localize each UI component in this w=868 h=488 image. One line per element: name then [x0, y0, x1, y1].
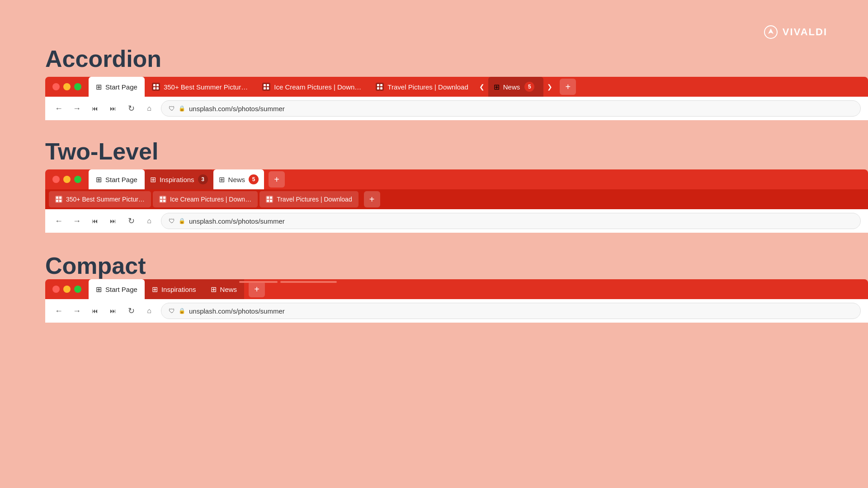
news-icon-c: ⊞ — [211, 285, 217, 294]
first-button-c[interactable]: ⏮ — [89, 305, 101, 317]
two-level-row2: 350+ Best Summer Pictur… Ice Cream Pictu… — [45, 189, 868, 209]
last-button-c[interactable]: ⏭ — [107, 305, 119, 317]
tab-group-news-tl[interactable]: ⊞ News 5 — [213, 169, 264, 189]
dot-close-tl[interactable] — [52, 176, 60, 183]
url-bar-c[interactable]: 🛡 🔒 unsplash.com/s/photos/summer — [161, 303, 861, 319]
svg-rect-28 — [270, 197, 272, 199]
shield-icon-accordion: 🛡 — [169, 105, 175, 112]
add-tab-button-tl[interactable]: + — [269, 171, 285, 188]
tab-start-label-tl: Start Page — [105, 176, 137, 183]
tab-start-page[interactable]: ⊞ Start Page — [89, 77, 145, 97]
svg-rect-20 — [59, 200, 61, 202]
dot-close[interactable] — [52, 83, 60, 90]
svg-rect-18 — [59, 197, 61, 199]
url-bar-accordion[interactable]: 🛡 🔒 unsplash.com/s/photos/summer — [161, 100, 861, 117]
forward-button-accordion[interactable]: → — [71, 102, 83, 115]
lock-icon-c: 🔒 — [179, 308, 185, 314]
first-button-accordion[interactable]: ⏮ — [89, 102, 101, 115]
back-button-tl[interactable]: ← — [52, 215, 65, 227]
tab-summer[interactable]: 350+ Best Summer Pictur… — [145, 77, 255, 97]
tab-icecream[interactable]: Ice Cream Pictures | Down… — [255, 77, 368, 97]
inspirations-label-tl: Inspirations — [160, 176, 194, 183]
tab-group-inspirations-tl[interactable]: ⊞ Inspirations 3 — [145, 169, 213, 189]
inspirations-icon-c: ⊞ — [152, 285, 158, 294]
browser-compact: ⊞ Start Page ⊞ Inspirations ⊞ News + ← →… — [45, 279, 868, 323]
inspirations-label-c: Inspirations — [161, 286, 196, 293]
sub-favicon-icecream — [159, 196, 166, 203]
sub-tab-travel-tl[interactable]: Travel Pictures | Download — [259, 191, 359, 207]
browser-accordion: ⊞ Start Page 350+ Best Summer Pictur… — [45, 77, 868, 120]
svg-rect-30 — [270, 200, 272, 202]
window-controls-two-level — [45, 176, 89, 183]
add-tab-button-accordion[interactable]: + — [560, 79, 576, 95]
lock-icon-tl: 🔒 — [179, 218, 185, 224]
svg-rect-24 — [160, 200, 162, 202]
reload-button-accordion[interactable]: ↻ — [125, 102, 137, 115]
toolbar-two-level: ← → ⏮ ⏭ ↻ ⌂ 🛡 🔒 unsplash.com/s/photos/su… — [45, 209, 868, 233]
dot-close-c[interactable] — [52, 286, 60, 293]
svg-rect-4 — [153, 87, 156, 89]
inspirations-count-tl: 3 — [198, 174, 208, 184]
svg-rect-6 — [262, 83, 270, 91]
svg-rect-19 — [56, 200, 58, 202]
toolbar-compact: ← → ⏮ ⏭ ↻ ⌂ 🛡 🔒 unsplash.com/s/photos/su… — [45, 299, 868, 323]
news-count-tl: 5 — [249, 174, 259, 184]
back-button-accordion[interactable]: ← — [52, 102, 65, 115]
url-bar-tl[interactable]: 🛡 🔒 unsplash.com/s/photos/summer — [161, 213, 861, 229]
last-button-accordion[interactable]: ⏭ — [107, 102, 119, 115]
tab-start-page-tl[interactable]: ⊞ Start Page — [89, 169, 145, 189]
window-controls-compact — [45, 286, 89, 293]
dot-fullscreen[interactable] — [74, 83, 81, 90]
add-tab-button-compact[interactable]: + — [249, 281, 265, 297]
forward-button-c[interactable]: → — [71, 305, 83, 317]
reload-button-c[interactable]: ↻ — [125, 305, 137, 317]
svg-rect-9 — [264, 87, 266, 89]
shield-icon-tl: 🛡 — [169, 217, 175, 225]
first-button-tl[interactable]: ⏮ — [89, 215, 101, 227]
tab-group-news-accordion[interactable]: ⊞ News 5 — [488, 77, 544, 97]
dot-minimize-tl[interactable] — [63, 176, 71, 183]
dot-fullscreen-tl[interactable] — [74, 176, 81, 183]
sub-tab-icecream-tl[interactable]: Ice Cream Pictures | Down… — [153, 191, 258, 207]
reload-button-tl[interactable]: ↻ — [125, 215, 137, 227]
scroll-right-arrow[interactable]: ❯ — [543, 77, 556, 97]
two-level-row1: ⊞ Start Page ⊞ Inspirations 3 ⊞ News 5 + — [45, 169, 868, 189]
compact-indicator-1 — [239, 281, 278, 283]
dot-minimize-c[interactable] — [63, 286, 71, 293]
tab-start-page-compact[interactable]: ⊞ Start Page — [89, 279, 145, 299]
news-label-tl: News — [228, 176, 245, 183]
section-title-accordion: Accordion — [45, 45, 161, 72]
home-button-c[interactable]: ⌂ — [143, 305, 156, 317]
home-button-accordion[interactable]: ⌂ — [143, 102, 156, 115]
tab-group-inspirations-compact[interactable]: ⊞ Inspirations — [145, 279, 203, 299]
forward-button-tl[interactable]: → — [71, 215, 83, 227]
scroll-left-arrow[interactable]: ❮ — [476, 77, 488, 97]
add-sub-tab-button-tl[interactable]: + — [364, 191, 380, 207]
back-button-c[interactable]: ← — [52, 305, 65, 317]
vivaldi-logo: VIVALDI — [764, 25, 827, 39]
window-controls-accordion — [45, 83, 89, 90]
svg-rect-5 — [156, 87, 159, 89]
vivaldi-icon — [764, 25, 778, 39]
svg-rect-15 — [380, 87, 382, 89]
dot-minimize[interactable] — [63, 83, 71, 90]
svg-rect-22 — [160, 197, 162, 199]
news-group-count: 5 — [524, 82, 534, 92]
svg-rect-12 — [377, 84, 379, 86]
section-title-compact: Compact — [45, 252, 146, 279]
tab-icecream-label: Ice Cream Pictures | Down… — [274, 83, 361, 91]
svg-rect-23 — [163, 197, 165, 199]
svg-rect-1 — [152, 83, 160, 91]
sub-tab-summer-tl[interactable]: 350+ Best Summer Pictur… — [49, 191, 151, 207]
tab-travel[interactable]: Travel Pictures | Download — [368, 77, 475, 97]
vivaldi-brand-name: VIVALDI — [783, 26, 827, 38]
accordion-tab-bar: ⊞ Start Page 350+ Best Summer Pictur… — [45, 77, 868, 97]
last-button-tl[interactable]: ⏭ — [107, 215, 119, 227]
tab-group-news-compact[interactable]: ⊞ News — [203, 279, 245, 299]
dot-fullscreen-c[interactable] — [74, 286, 81, 293]
tab-start-label-c: Start Page — [105, 286, 137, 293]
url-text-c: unsplash.com/s/photos/summer — [189, 307, 853, 315]
svg-rect-2 — [153, 84, 156, 86]
svg-rect-29 — [267, 200, 269, 202]
home-button-tl[interactable]: ⌂ — [143, 215, 156, 227]
